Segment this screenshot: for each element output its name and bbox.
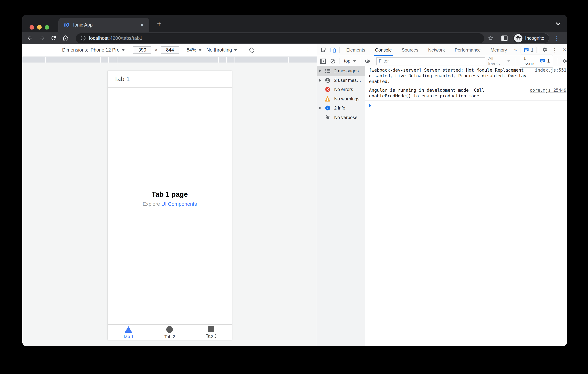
devtools-close-icon[interactable]: × bbox=[560, 45, 567, 55]
chevron-down-icon bbox=[353, 60, 356, 62]
more-tabs-button[interactable]: » bbox=[512, 47, 519, 53]
sidebar-item-user-messages[interactable]: 2 user mes… bbox=[317, 75, 365, 85]
device-zoom-value: 84% bbox=[187, 47, 196, 53]
divider bbox=[515, 58, 515, 64]
sidebar-item-label: 2 messages bbox=[334, 68, 359, 74]
console-source-link[interactable]: core.mjs:25449 bbox=[530, 87, 567, 93]
devtools-tab-performance[interactable]: Performance bbox=[450, 44, 485, 56]
close-window-button[interactable] bbox=[30, 25, 34, 30]
square-icon bbox=[208, 326, 214, 332]
clear-console-icon[interactable] bbox=[328, 56, 337, 66]
sidebar-item-warnings[interactable]: No warnings bbox=[317, 94, 365, 103]
log-levels-select[interactable]: All levels bbox=[485, 56, 514, 66]
sidebar-item-label: 2 user mes… bbox=[334, 78, 361, 83]
console-source-link[interactable]: index.js:551 bbox=[535, 67, 567, 73]
sidebar-item-label: No errors bbox=[334, 87, 353, 92]
device-toolbar: Dimensions: iPhone 12 Pro × 84% No throt… bbox=[22, 44, 317, 56]
create-live-expression-eye-icon[interactable] bbox=[362, 56, 372, 66]
issues-counter-button[interactable]: 1 bbox=[521, 46, 536, 54]
console-filter-input[interactable] bbox=[376, 57, 485, 65]
tab-strip: Ionic App × + bbox=[22, 15, 567, 32]
sidebar-item-messages[interactable]: 2 messages bbox=[317, 66, 365, 75]
issues-button[interactable]: 1 Issue: 1 bbox=[520, 54, 553, 68]
device-type-select[interactable]: Dimensions: iPhone 12 Pro bbox=[62, 47, 125, 53]
divider bbox=[538, 47, 538, 53]
device-width-input[interactable] bbox=[133, 46, 151, 54]
divider bbox=[339, 58, 339, 64]
ui-components-link[interactable]: UI Components bbox=[161, 201, 197, 207]
app-center-block: Tab 1 page Explore UI Components bbox=[108, 190, 232, 207]
devtools-tab-elements[interactable]: Elements bbox=[341, 44, 370, 56]
device-zoom-select[interactable]: 84% bbox=[187, 47, 201, 53]
devtools-settings-gear-icon[interactable] bbox=[540, 45, 550, 55]
devtools-tab-bar: Elements Console Sources Network Perform… bbox=[317, 44, 567, 56]
dimensions-times-label: × bbox=[155, 47, 158, 53]
sidebar-item-label: 2 info bbox=[334, 106, 345, 111]
device-toolbar-kebab-icon[interactable]: ⋮ bbox=[305, 47, 311, 53]
app-tab-1[interactable]: Tab 1 bbox=[108, 325, 149, 340]
app-tab-2[interactable]: Tab 2 bbox=[149, 325, 190, 340]
app-header: Tab 1 bbox=[108, 71, 232, 88]
toggle-console-sidebar-icon[interactable] bbox=[318, 56, 328, 66]
device-viewport-area: Tab 1 Tab 1 page Explore UI Components bbox=[22, 63, 317, 346]
back-button[interactable] bbox=[25, 33, 35, 43]
devtools-tab-memory[interactable]: Memory bbox=[486, 44, 512, 56]
devtools-tab-console[interactable]: Console bbox=[370, 44, 397, 56]
expander-triangle-icon[interactable] bbox=[319, 79, 323, 82]
devtools-tab-bar-right: 1 ⋮ × bbox=[519, 45, 567, 55]
browser-menu-kebab-icon[interactable]: ⋮ bbox=[552, 33, 561, 43]
console-context-value: top bbox=[344, 58, 350, 64]
emulated-phone-screen: Tab 1 Tab 1 page Explore UI Components bbox=[108, 71, 232, 340]
log-levels-value: All levels bbox=[488, 56, 505, 66]
bug-icon bbox=[325, 115, 330, 120]
sidebar-item-label: No verbose bbox=[334, 115, 357, 120]
minimize-window-button[interactable] bbox=[37, 25, 42, 30]
sidebar-item-verbose[interactable]: No verbose bbox=[317, 113, 365, 122]
inspect-element-icon[interactable] bbox=[318, 45, 328, 55]
sidebar-item-errors[interactable]: No errors bbox=[317, 85, 365, 94]
incognito-label: Incognito bbox=[525, 35, 544, 41]
devtools-tab-network[interactable]: Network bbox=[423, 44, 450, 56]
bookmark-star-icon[interactable] bbox=[486, 33, 495, 43]
devtools-kebab-icon[interactable]: ⋮ bbox=[550, 45, 560, 55]
divider bbox=[339, 47, 340, 53]
console-settings-gear-icon[interactable] bbox=[560, 56, 567, 66]
toggle-device-toolbar-icon[interactable] bbox=[328, 45, 338, 55]
home-button[interactable] bbox=[60, 33, 71, 43]
side-panel-icon[interactable] bbox=[499, 33, 509, 43]
app-tab-bar: Tab 1 Tab 2 Tab 3 bbox=[108, 324, 232, 340]
new-tab-button[interactable]: + bbox=[155, 20, 164, 29]
device-height-input[interactable] bbox=[161, 46, 179, 54]
expander-triangle-icon[interactable] bbox=[319, 70, 323, 73]
tab-search-chevron-icon[interactable] bbox=[555, 21, 561, 27]
console-message: Angular is running in development mode. … bbox=[365, 86, 567, 101]
media-query-bar[interactable] bbox=[22, 56, 317, 63]
browser-tab-ionic-app[interactable]: Ionic App × bbox=[58, 18, 149, 32]
console-sidebar: 2 messages 2 user mes… bbox=[317, 66, 365, 346]
close-tab-icon[interactable]: × bbox=[139, 21, 146, 28]
rotate-device-icon[interactable] bbox=[247, 46, 256, 54]
site-info-icon[interactable] bbox=[80, 35, 86, 41]
incognito-icon bbox=[514, 34, 523, 42]
sidebar-item-info[interactable]: 2 info bbox=[317, 103, 365, 113]
expander-triangle-icon[interactable] bbox=[319, 107, 323, 110]
zoom-window-button[interactable] bbox=[45, 25, 49, 30]
circle-icon bbox=[167, 326, 173, 333]
console-prompt[interactable] bbox=[365, 101, 567, 111]
browser-window: Ionic App × + bbox=[22, 15, 567, 346]
app-tab-3[interactable]: Tab 3 bbox=[190, 325, 232, 340]
reload-button[interactable] bbox=[48, 33, 59, 43]
throttling-select[interactable]: No throttling bbox=[207, 47, 237, 53]
app-tab-label: Tab 1 bbox=[123, 334, 134, 339]
text-cursor bbox=[375, 103, 375, 108]
console-body: 2 messages 2 user mes… bbox=[317, 66, 567, 346]
forward-button[interactable] bbox=[36, 33, 47, 43]
url-toolbar: localhost:4200/tabs/tab1 In bbox=[22, 32, 567, 44]
ionic-favicon-icon bbox=[63, 22, 69, 28]
devtools-tab-sources[interactable]: Sources bbox=[397, 44, 423, 56]
divider bbox=[360, 58, 361, 64]
address-bar[interactable]: localhost:4200/tabs/tab1 bbox=[76, 33, 484, 43]
console-context-selector[interactable]: top bbox=[341, 58, 359, 64]
incognito-badge[interactable]: Incognito bbox=[513, 33, 549, 43]
url-text: localhost:4200/tabs/tab1 bbox=[89, 35, 142, 41]
